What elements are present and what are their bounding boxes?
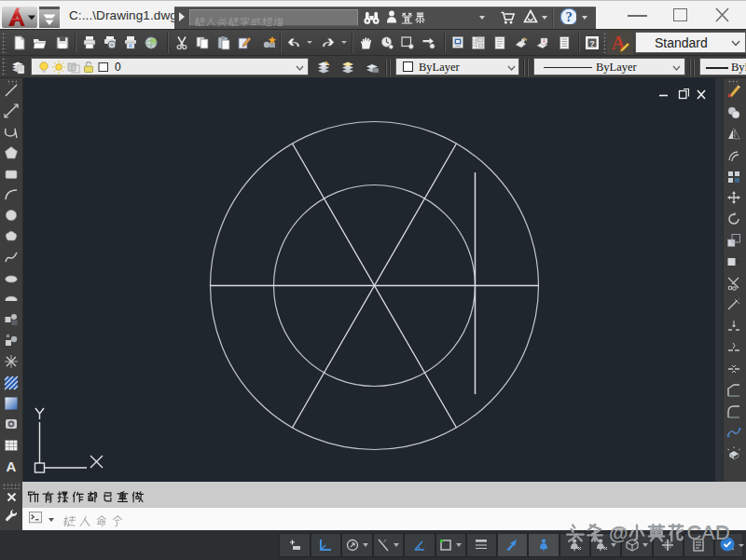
svg-text:A: A (7, 458, 17, 473)
svg-text:?: ? (565, 9, 572, 24)
svg-text:?: ? (589, 39, 595, 48)
